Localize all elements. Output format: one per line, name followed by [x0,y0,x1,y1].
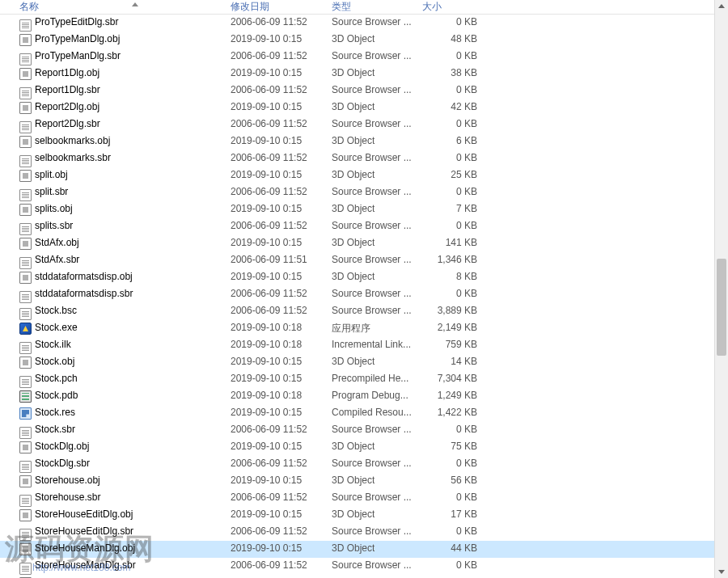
file-date: 2006-06-09 11:51 [231,254,307,265]
file-name: StoreHouseEditDlg.obj [35,508,133,520]
page-icon [19,19,32,32]
file-row[interactable]: Storehouse.obj2019-09-10 0:153D Object56… [0,473,728,490]
file-type: 3D Object [332,33,375,44]
file-row[interactable]: StdAfx.obj2019-09-10 0:153D Object141 KB [0,235,728,252]
file-date: 2019-09-10 0:15 [231,203,302,214]
scroll-thumb[interactable] [717,259,726,356]
file-date: 2019-09-10 0:15 [231,101,302,112]
file-row[interactable]: splits.obj2019-09-10 0:153D Object7 KB [0,201,728,218]
file-type: Source Browser ... [332,84,412,95]
file-type: Source Browser ... [332,458,412,469]
file-row[interactable]: splits.sbr2006-06-09 11:52Source Browser… [0,218,728,235]
scroll-down-icon[interactable] [718,570,725,574]
file-name: Storehouse.sbr [35,492,100,503]
file-size: 42 KB [451,101,477,112]
file-name: ProTypeManDlg.sbr [35,50,121,61]
file-size: 0 KB [456,50,477,61]
file-size: 0 KB [456,118,477,129]
header-date[interactable]: 修改日期 [231,0,269,14]
file-row[interactable]: Stock.sbr2006-06-09 11:52Source Browser … [0,422,728,439]
file-name: selbookmarks.obj [35,135,110,146]
file-date: 2006-06-09 11:52 [231,118,307,129]
file-date: 2019-09-10 0:15 [231,407,302,418]
file-name: ProTypeEditDlg.sbr [35,16,118,27]
file-name: splits.obj [35,203,73,214]
file-row[interactable]: StoreHouseManDlg.sbr2006-06-09 11:52Sour… [0,558,728,575]
file-row[interactable]: Stock.exe2019-09-10 0:18应用程序2,149 KB [0,320,728,337]
file-name: split.sbr [35,186,68,197]
file-date: 2019-09-10 0:15 [231,67,302,78]
file-date: 2006-06-09 11:52 [231,458,307,469]
file-row[interactable]: selbookmarks.obj2019-09-10 0:153D Object… [0,133,728,150]
file-type: Source Browser ... [332,559,412,571]
file-size: 0 KB [456,186,477,197]
file-size: 56 KB [451,475,477,486]
file-name: StockDlg.obj [35,441,89,452]
file-name: stddataformatsdisp.obj [35,271,133,282]
file-size: 7 KB [456,203,477,214]
file-date: 2019-09-10 0:15 [231,441,302,452]
file-row[interactable]: selbookmarks.sbr2006-06-09 11:52Source B… [0,150,728,167]
file-size: 38 KB [451,67,477,78]
file-size: 759 KB [446,339,477,350]
file-type: Source Browser ... [332,50,412,61]
file-row[interactable]: StoreHouseEditDlg.obj2019-09-10 0:153D O… [0,507,728,524]
header-size[interactable]: 大小 [422,0,442,14]
header-type[interactable]: 类型 [332,0,351,14]
file-row[interactable]: Stock.ilk2019-09-10 0:18Incremental Link… [0,337,728,354]
file-type: 3D Object [332,203,375,214]
file-row[interactable]: StoreHouseEditDlg.sbr2006-06-09 11:52Sou… [0,524,728,541]
file-row[interactable]: stddataformatsdisp.obj2019-09-10 0:153D … [0,269,728,286]
file-type: 3D Object [332,67,375,78]
file-row[interactable]: ProTypeManDlg.obj2019-09-10 0:153D Objec… [0,32,728,49]
file-row[interactable]: ProTypeManDlg.sbr2006-06-09 11:52Source … [0,49,728,65]
file-row[interactable]: Stock.res2019-09-10 0:15Compiled Resou..… [0,405,728,422]
obj-icon [19,238,32,250]
file-row[interactable]: StockDlg.sbr2006-06-09 11:52Source Brows… [0,456,728,473]
file-row[interactable]: Stock.pch2019-09-10 0:15Precompiled He..… [0,371,728,388]
header-name[interactable]: 名称 [19,0,39,14]
file-row[interactable]: stddataformatsdisp.sbr2006-06-09 11:52So… [0,286,728,303]
file-size: 17 KB [451,508,477,520]
file-date: 2006-06-09 11:52 [231,220,307,231]
file-row[interactable]: split.sbr2006-06-09 11:52Source Browser … [0,184,728,201]
file-row[interactable]: Storehouse.sbr2006-06-09 11:52Source Bro… [0,490,728,507]
file-size: 44 KB [451,542,477,554]
page-icon [19,308,32,320]
file-date: 2019-09-10 0:15 [231,475,302,486]
file-date: 2019-09-10 0:15 [231,373,302,384]
scroll-up-icon[interactable] [718,4,725,8]
file-size: 25 KB [451,169,477,180]
file-type: 3D Object [332,508,375,520]
file-row[interactable]: ProTypeEditDlg.sbr2006-06-09 11:52Source… [0,15,728,32]
file-name: StoreHouseManDlg.obj [35,542,135,554]
file-row[interactable]: Stock.bsc2006-06-09 11:52Source Browser … [0,303,728,320]
page-icon [19,342,32,354]
file-size: 48 KB [451,33,477,44]
file-type: Source Browser ... [332,288,412,299]
file-date: 2019-09-10 0:15 [231,271,302,282]
file-row[interactable]: split.obj2019-09-10 0:153D Object25 KB [0,167,728,184]
file-row[interactable]: StoreIn.obj2019-09-10 0:153D Object55 KB [0,575,728,578]
file-size: 1,422 KB [438,407,477,418]
obj-icon [19,272,32,284]
vertical-scrollbar[interactable] [714,0,728,578]
file-size: 0 KB [456,424,477,435]
file-type: 3D Object [332,101,375,112]
file-row[interactable]: StoreHouseManDlg.obj2019-09-10 0:153D Ob… [0,541,728,558]
file-size: 0 KB [456,458,477,469]
file-row[interactable]: Report1Dlg.sbr2006-06-09 11:52Source Bro… [0,82,728,99]
file-row[interactable]: StdAfx.sbr2006-06-09 11:51Source Browser… [0,252,728,269]
obj-icon [19,136,32,148]
file-row[interactable]: Stock.obj2019-09-10 0:153D Object14 KB [0,354,728,371]
file-date: 2019-09-10 0:15 [231,542,302,554]
file-size: 0 KB [456,288,477,299]
file-row[interactable]: Stock.pdb2019-09-10 0:18Program Debug...… [0,388,728,405]
file-row[interactable]: Report2Dlg.sbr2006-06-09 11:52Source Bro… [0,116,728,133]
file-type: 3D Object [332,542,375,554]
file-row[interactable]: Report2Dlg.obj2019-09-10 0:153D Object42… [0,99,728,116]
file-type: Source Browser ... [332,254,412,265]
file-row[interactable]: StockDlg.obj2019-09-10 0:153D Object75 K… [0,439,728,456]
file-row[interactable]: Report1Dlg.obj2019-09-10 0:153D Object38… [0,65,728,82]
column-header-row[interactable]: 名称 修改日期 类型 大小 [0,0,728,15]
